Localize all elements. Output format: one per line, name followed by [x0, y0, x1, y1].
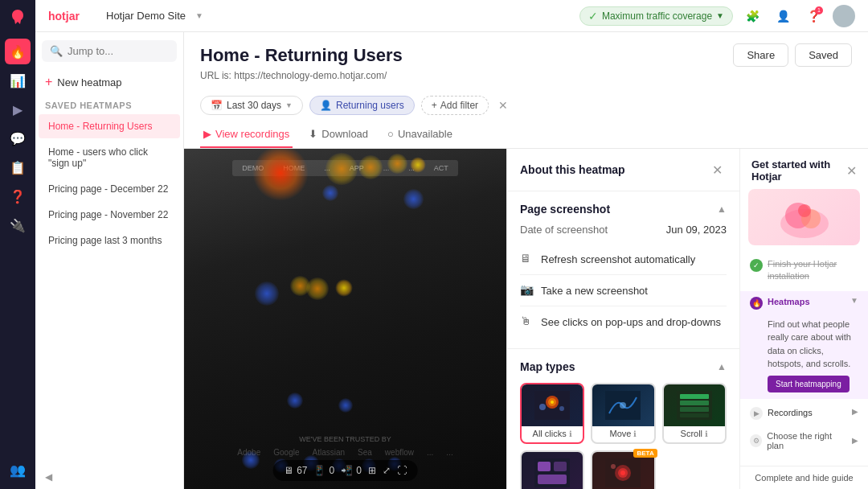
collapse-icon: ◀ [45, 471, 52, 483]
tab-unavailable[interactable]: ○ Unavailable [384, 121, 456, 148]
gs-close-button[interactable]: ✕ [846, 163, 857, 179]
share-button[interactable]: Share [733, 43, 788, 67]
svg-point-4 [551, 401, 554, 404]
page-screenshot-header[interactable]: Page screenshot ▲ [520, 203, 727, 216]
all-clicks-label: All clicks ℹ [522, 426, 583, 442]
user-filter-pill[interactable]: 👤 Returning users [309, 96, 415, 115]
move-info-icon[interactable]: ℹ [633, 429, 637, 438]
about-heatmap-section: About this heatmap ✕ [507, 149, 739, 191]
extensions-icon[interactable]: 🧩 [741, 5, 764, 27]
heatmap-viewer[interactable]: DEMO HOME ... APP ... ... ACT [184, 149, 506, 489]
page-header-actions: Share Saved [733, 43, 852, 67]
gs-item-recordings[interactable]: ▶ Recordings ▶ [740, 402, 868, 425]
tablet-count[interactable]: 📱 0 [313, 465, 334, 476]
map-type-move[interactable]: Move ℹ [591, 383, 655, 444]
user-avatar[interactable] [833, 5, 855, 27]
checkmark-icon: ✓ [753, 261, 760, 269]
search-icon: 🔍 [50, 45, 63, 57]
gs-heatmaps-label: Heatmaps [768, 296, 810, 308]
heatmap-list-item-home-returning[interactable]: Home - Returning Users [39, 114, 180, 138]
invite-icon[interactable]: 👤 [772, 5, 794, 27]
date-filter-pill[interactable]: 📅 Last 30 days ▼ [200, 96, 303, 115]
site-dropdown-chevron[interactable]: ▼ [195, 11, 203, 20]
site-name[interactable]: Hotjar Demo Site [106, 10, 186, 22]
recordings-expand-icon[interactable]: ▶ [852, 407, 858, 416]
mobile-count-value: 0 [356, 465, 362, 476]
svg-rect-17 [538, 475, 567, 484]
gs-item-install[interactable]: ✓ Finish your Hotjar installation [740, 253, 868, 288]
traffic-coverage-badge[interactable]: ✓ Maximum traffic coverage ▼ [579, 6, 733, 26]
help-icon[interactable]: ❓ 1 [802, 5, 825, 27]
tab-recordings[interactable]: ▶ View recordings [200, 121, 293, 148]
sidebar-icon-team[interactable]: 👥 [5, 457, 31, 483]
map-types-section: Map types ▲ [507, 349, 739, 489]
map-type-engagement[interactable]: Engagement zones ℹ [520, 450, 584, 489]
heatmap-list-item-home-signup[interactable]: Home - users who click "sign up" [39, 140, 180, 175]
see-clicks-button[interactable]: 🖱 See clicks on pop-ups and drop-downs [520, 306, 727, 337]
tab-download[interactable]: ⬇ Download [305, 121, 371, 148]
desktop-count[interactable]: 🖥 67 [284, 465, 307, 476]
map-types-title: Map types [520, 360, 575, 373]
svg-point-26 [798, 204, 811, 217]
map-type-scroll[interactable]: Scroll ℹ [662, 383, 727, 444]
start-heatmapping-button[interactable]: Start heatmapping [768, 376, 850, 392]
sidebar-icon-feedback[interactable]: 💬 [5, 125, 31, 151]
page-header: Home - Returning Users Share Saved URL i… [184, 32, 868, 149]
svg-text:hotjar: hotjar [48, 10, 80, 23]
heatmap-list-item-pricing-3mo[interactable]: Pricing page last 3 months [39, 228, 180, 253]
gs-header: Get started with Hotjar ✕ [740, 149, 868, 189]
sidebar-icon-surveys[interactable]: 📋 [5, 154, 31, 180]
sidebar-icon-integrations[interactable]: 🔌 [5, 212, 31, 238]
map-types-header[interactable]: Map types ▲ [520, 360, 727, 373]
gs-footer-button[interactable]: Complete and hide guide [740, 466, 868, 489]
resize-icon-btn[interactable]: ⊞ [368, 465, 376, 476]
move-label: Move ℹ [592, 426, 653, 442]
heatmaps-expand-icon[interactable]: ▼ [850, 296, 858, 305]
about-heatmap-header[interactable]: About this heatmap ✕ [520, 160, 727, 179]
all-clicks-info-icon[interactable]: ℹ [569, 429, 572, 438]
take-screenshot-button[interactable]: 📷 Take a new screenshot [520, 275, 727, 306]
gs-recordings-icon: ▶ [750, 407, 763, 420]
new-heatmap-button[interactable]: + New heatmap [35, 70, 183, 94]
svg-rect-13 [680, 413, 709, 417]
plan-expand-icon[interactable]: ▶ [852, 436, 858, 445]
sidebar-icon-dashboard[interactable]: 📊 [5, 68, 31, 93]
notification-badge: 1 [815, 6, 823, 14]
fullscreen-icon-btn[interactable]: ⛶ [397, 465, 407, 476]
gs-check-install: ✓ [750, 259, 763, 272]
refresh-screenshot-button[interactable]: 🖥 Refresh screenshot automatically [520, 244, 727, 275]
mobile-count[interactable]: 📲 0 [341, 465, 362, 476]
sidebar-icon-recordings[interactable]: ▶ [5, 97, 31, 122]
map-types-chevron: ▲ [717, 361, 727, 372]
heatmap-toolbar: 🖥 67 📱 0 📲 0 ⊞ ⤢ ⛶ [272, 460, 418, 481]
gs-item-heatmaps[interactable]: 🔥 Heatmaps ▼ [740, 291, 868, 314]
heatmap-list-item-pricing-dec[interactable]: Pricing page - December 22 [39, 177, 180, 201]
hotjar-wordmark: hotjar [48, 9, 96, 23]
heatmap-list-item-pricing-nov[interactable]: Pricing page - November 22 [39, 203, 180, 227]
right-panel: About this heatmap ✕ Page screenshot ▲ D… [506, 149, 739, 489]
trusted-section: WE'VE BEEN TRUSTED BY Adobe Google Atlas… [216, 435, 474, 457]
add-filter-button[interactable]: + Add filter [421, 96, 489, 115]
search-box: 🔍 [42, 40, 177, 62]
gs-plan-icon: ⚙ [750, 434, 762, 447]
left-sidebar: 🔥 📊 ▶ 💬 📋 ❓ 🔌 👥 [0, 0, 35, 489]
clear-filter-button[interactable]: ✕ [495, 97, 511, 113]
sidebar-icon-heatmaps[interactable]: 🔥 [5, 39, 31, 64]
saved-button[interactable]: Saved [795, 43, 852, 67]
gs-choose-plan[interactable]: ⚙ Choose the right plan ▶ [740, 425, 868, 457]
hotjar-logo[interactable] [3, 6, 32, 29]
about-heatmap-title: About this heatmap [520, 163, 625, 176]
expand-icon-btn[interactable]: ⤢ [383, 465, 391, 476]
date-filter-label: Last 30 days [227, 100, 281, 111]
scroll-info-icon[interactable]: ℹ [705, 429, 708, 438]
plus-icon: + [45, 75, 52, 89]
collapse-nav-button[interactable]: ◀ [35, 465, 183, 489]
scroll-preview [664, 384, 725, 426]
map-type-all-clicks[interactable]: All clicks ℹ [520, 383, 584, 444]
panel-close-button[interactable]: ✕ [707, 160, 727, 179]
calendar-icon: 📅 [211, 100, 223, 111]
search-input[interactable] [68, 45, 169, 57]
sidebar-icon-ask[interactable]: ❓ [5, 183, 31, 209]
date-filter-chevron: ▼ [285, 101, 293, 109]
gs-heatmaps-expanded: 🔥 Heatmaps ▼ Find out what people really… [740, 291, 868, 399]
